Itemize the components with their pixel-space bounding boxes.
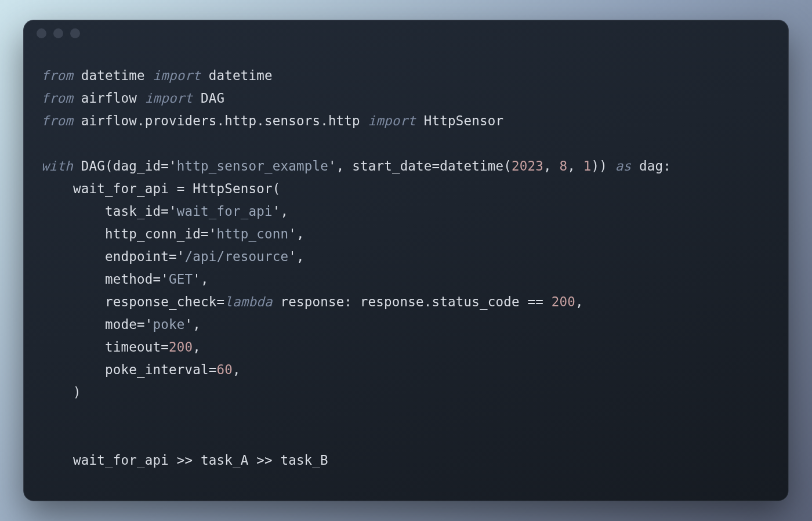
code-token: '	[328, 158, 336, 173]
code-token: airflow	[73, 91, 145, 106]
code-token: mode=	[41, 317, 145, 332]
code-token: '	[145, 317, 153, 332]
code-token: with	[41, 158, 73, 173]
code-token: '	[209, 226, 217, 241]
code-token: from	[41, 113, 73, 128]
code-token: poke_interval=	[41, 362, 216, 377]
code-token: import	[153, 68, 200, 83]
traffic-light-zoom-icon[interactable]	[70, 28, 80, 38]
code-token: )	[41, 385, 81, 400]
code-token: HttpSensor	[416, 113, 503, 128]
code-token: ))	[592, 158, 615, 173]
code-token: lambda	[224, 294, 272, 309]
code-token: dag:	[631, 158, 671, 173]
code-token: 8	[560, 158, 568, 173]
code-token: ,	[280, 204, 288, 219]
code-token: endpoint=	[41, 249, 177, 264]
window-titlebar	[24, 20, 788, 46]
code-token: '	[184, 317, 193, 332]
code-token: datetime	[201, 68, 273, 83]
code-token: response: response.status_code ==	[273, 294, 552, 309]
code-token: 1	[583, 158, 592, 173]
code-token: ,	[193, 317, 201, 332]
code-token: ,	[233, 362, 241, 377]
code-token: DAG	[193, 91, 224, 106]
code-window: from datetime import datetime from airfl…	[23, 20, 789, 501]
code-token: ,	[296, 226, 304, 241]
code-token: , start_date=datetime(	[336, 158, 512, 173]
code-token: method=	[41, 272, 161, 287]
code-token: from	[41, 68, 73, 83]
code-token: 200	[552, 294, 575, 309]
code-token: '	[169, 158, 177, 173]
code-token: 2023	[512, 158, 543, 173]
code-token: timeout=	[41, 339, 169, 354]
code-token: '	[193, 272, 201, 287]
traffic-light-minimize-icon[interactable]	[53, 28, 63, 38]
code-token: GET	[169, 272, 193, 287]
code-token: ,	[193, 339, 201, 354]
code-token: airflow.providers.http.sensors.http	[73, 113, 368, 128]
code-token: datetime	[73, 68, 153, 83]
code-token: from	[41, 91, 73, 106]
code-token: '	[288, 226, 296, 241]
code-token: wait_for_api	[177, 204, 273, 219]
code-token: 60	[216, 362, 233, 377]
code-token: DAG(dag_id=	[73, 158, 169, 173]
code-token: task_id=	[41, 204, 169, 219]
code-block: from datetime import datetime from airfl…	[24, 46, 788, 477]
code-token: ,	[296, 249, 304, 264]
code-token: ,	[543, 158, 560, 173]
code-token: ,	[567, 158, 583, 173]
code-token: '	[177, 249, 185, 264]
code-token: ,	[201, 272, 209, 287]
code-token: '	[169, 204, 177, 219]
code-token: wait_for_api >> task_A >> task_B	[41, 453, 328, 468]
code-token: import	[368, 113, 416, 128]
code-token: /api/resource	[184, 249, 288, 264]
code-token: response_check=	[41, 294, 224, 309]
code-token: http_conn	[216, 226, 288, 241]
code-token: http_sensor_example	[177, 158, 328, 173]
code-token: http_conn_id=	[41, 226, 209, 241]
code-token: 200	[169, 339, 193, 354]
code-token: '	[288, 249, 296, 264]
code-token: ,	[575, 294, 583, 309]
code-token: as	[615, 158, 632, 173]
traffic-light-close-icon[interactable]	[37, 28, 46, 38]
code-token: import	[145, 91, 193, 106]
code-token: '	[273, 204, 281, 219]
code-token: wait_for_api = HttpSensor(	[41, 181, 280, 196]
code-token: poke	[153, 317, 184, 332]
code-token: '	[161, 272, 169, 287]
